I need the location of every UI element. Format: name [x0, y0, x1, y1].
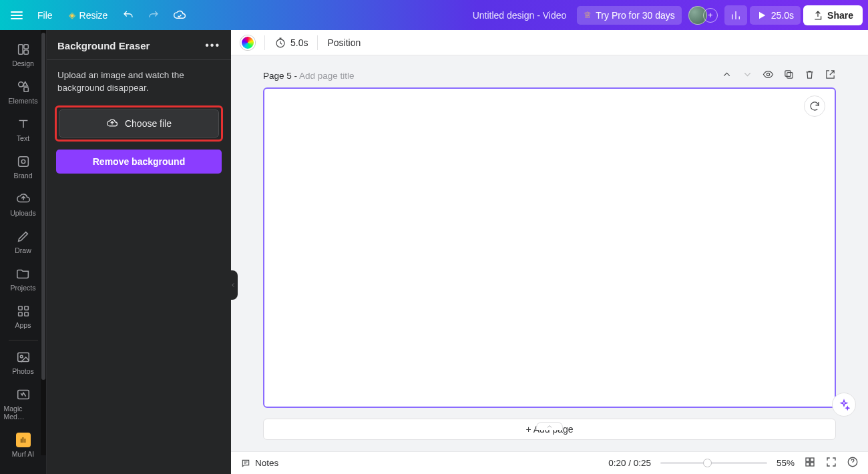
- rail-uploads-label: Uploads: [10, 209, 36, 217]
- rail-brand[interactable]: Brand: [4, 149, 43, 186]
- rail-text-label: Text: [17, 134, 29, 142]
- open-page-button[interactable]: [825, 69, 836, 82]
- canvas-toolbar: 5.0s Position: [231, 30, 868, 55]
- duration-label: 5.0s: [290, 37, 308, 48]
- rail-design[interactable]: Design: [4, 37, 43, 74]
- file-menu[interactable]: File: [31, 6, 59, 25]
- share-label: Share: [827, 10, 853, 21]
- rail-design-label: Design: [12, 59, 34, 67]
- rail-projects-label: Projects: [11, 284, 36, 292]
- page-index: Page 5 -: [263, 71, 299, 81]
- menu-button[interactable]: [5, 7, 28, 23]
- stage: 5.0s Position Page 5 - Add page title: [231, 30, 868, 474]
- bottom-bar: Notes 0:20 / 0:25 55%: [231, 451, 868, 474]
- zoom-slider[interactable]: [660, 462, 767, 464]
- play-time-label: 25.0s: [771, 10, 794, 21]
- rail-uploads[interactable]: Uploads: [4, 186, 43, 224]
- zoom-value: 55%: [777, 458, 795, 468]
- toolbar-divider: [264, 35, 265, 50]
- remove-background-label: Remove background: [93, 156, 185, 167]
- rail-elements[interactable]: Elements: [4, 74, 43, 111]
- share-button[interactable]: Share: [803, 5, 863, 25]
- page-header: Page 5 - Add page title: [231, 55, 868, 86]
- rail-magic-media[interactable]: Magic Med…: [4, 382, 43, 427]
- rail-photos[interactable]: Photos: [4, 344, 43, 382]
- rail-murf-ai[interactable]: ıIı Murf AI: [4, 427, 43, 465]
- svg-rect-1: [23, 45, 27, 49]
- duplicate-page-button[interactable]: [783, 69, 795, 82]
- svg-rect-21: [811, 463, 814, 466]
- rail-magic-label: Magic Med…: [4, 405, 43, 421]
- rail-apps[interactable]: Apps: [4, 298, 43, 336]
- choose-file-highlight: Choose file: [55, 105, 223, 142]
- rail-scrollbar[interactable]: [41, 30, 46, 455]
- murf-icon: ıIı: [16, 433, 31, 447]
- timeline-drawer-handle[interactable]: [536, 422, 563, 430]
- help-button[interactable]: [847, 456, 859, 470]
- svg-point-12: [20, 355, 23, 358]
- choose-file-button[interactable]: Choose file: [59, 109, 219, 138]
- notes-button[interactable]: Notes: [240, 458, 278, 469]
- panel-more-button[interactable]: •••: [205, 39, 220, 51]
- panel-title: Background Eraser: [57, 40, 150, 51]
- svg-rect-20: [806, 463, 809, 466]
- svg-rect-8: [24, 306, 28, 310]
- position-button[interactable]: Position: [327, 37, 361, 48]
- rail-murf-label: Murf AI: [12, 450, 34, 458]
- rail-projects[interactable]: Projects: [4, 261, 43, 298]
- rail-separator: [9, 340, 38, 340]
- page-down-button[interactable]: [742, 69, 753, 82]
- redo-button[interactable]: [142, 5, 165, 25]
- crown-icon: ♕: [584, 10, 592, 20]
- cloud-sync-button[interactable]: [168, 5, 192, 26]
- svg-rect-19: [811, 458, 814, 461]
- svg-rect-4: [23, 87, 27, 91]
- play-button[interactable]: 25.0s: [750, 6, 801, 25]
- rail-apps-label: Apps: [15, 321, 31, 329]
- svg-point-6: [21, 160, 25, 164]
- top-bar: File ◈ Resize Untitled design - Video ♕ …: [0, 0, 868, 30]
- regenerate-button[interactable]: [804, 95, 825, 117]
- svg-rect-18: [806, 458, 809, 461]
- rail-draw-label: Draw: [15, 246, 31, 254]
- page-title-placeholder[interactable]: Add page title: [299, 71, 355, 81]
- svg-rect-13: [17, 391, 29, 399]
- color-picker-button[interactable]: [240, 35, 255, 50]
- canvas-page[interactable]: [263, 87, 836, 408]
- remove-background-button[interactable]: Remove background: [56, 150, 222, 174]
- svg-rect-2: [23, 50, 27, 54]
- rail-brand-label: Brand: [13, 172, 32, 180]
- toolbar-divider: [317, 35, 318, 50]
- svg-rect-9: [18, 312, 22, 316]
- duration-button[interactable]: 5.0s: [274, 37, 308, 49]
- undo-button[interactable]: [117, 5, 140, 25]
- resize-label: Resize: [79, 10, 108, 21]
- insights-button[interactable]: [724, 5, 747, 25]
- try-pro-label: Try Pro for 30 days: [596, 10, 675, 21]
- rail-photos-label: Photos: [12, 367, 34, 375]
- rail-draw[interactable]: Draw: [4, 224, 43, 261]
- delete-page-button[interactable]: [804, 69, 815, 82]
- resize-button[interactable]: ◈ Resize: [62, 6, 115, 25]
- crown-icon: ◈: [69, 10, 75, 20]
- fullscreen-button[interactable]: [825, 456, 837, 470]
- rail-text[interactable]: Text: [4, 111, 43, 149]
- notes-label: Notes: [255, 458, 278, 468]
- grid-view-button[interactable]: [804, 456, 816, 470]
- playback-time: 0:20 / 0:25: [608, 458, 651, 468]
- left-rail: Design Elements Text Brand Uploads Draw …: [0, 30, 47, 474]
- svg-point-15: [767, 73, 769, 75]
- panel-description: Upload an image and watch the background…: [47, 60, 231, 105]
- hide-page-button[interactable]: [763, 69, 774, 82]
- svg-rect-17: [785, 71, 791, 77]
- svg-rect-0: [18, 45, 22, 55]
- try-pro-button[interactable]: ♕ Try Pro for 30 days: [577, 6, 682, 25]
- add-member-button[interactable]: +: [703, 8, 718, 23]
- choose-file-label: Choose file: [125, 118, 172, 129]
- svg-rect-5: [18, 157, 28, 167]
- svg-rect-10: [24, 312, 28, 316]
- document-title[interactable]: Untitled design - Video: [473, 10, 567, 21]
- magic-fab-button[interactable]: [832, 393, 856, 417]
- hamburger-icon: [11, 11, 23, 19]
- page-up-button[interactable]: [721, 69, 732, 82]
